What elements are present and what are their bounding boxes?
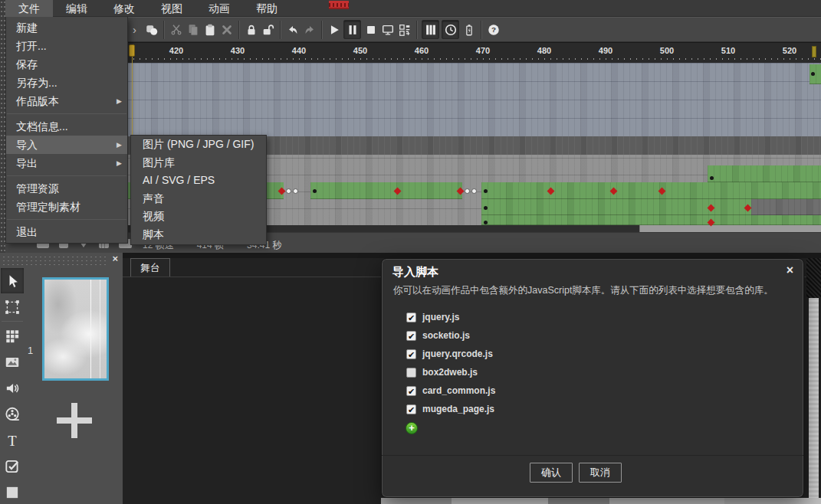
svg-text:?: ? [491, 25, 495, 34]
menu-item-import[interactable]: 导入▶ [6, 136, 127, 154]
redo-icon[interactable] [302, 20, 317, 39]
timeline-end-marker[interactable] [812, 46, 816, 57]
chevron-icon[interactable]: › [127, 20, 142, 39]
timeline-hscrollbar-thumb[interactable] [639, 225, 821, 232]
menu-item-label: 新建 [16, 21, 38, 34]
close-icon[interactable]: × [112, 253, 118, 265]
right-panel-scrollbar[interactable] [809, 298, 819, 504]
checkbox-icon[interactable]: ✔ [406, 404, 416, 414]
submenu-item-script[interactable]: 脚本 [131, 226, 266, 244]
checkbox-icon[interactable] [406, 368, 416, 378]
menu-item-save[interactable]: 保存 [6, 55, 127, 74]
timeline-tween-segment[interactable] [751, 199, 821, 215]
shape-tool-icon[interactable] [1, 479, 24, 504]
ruler-label: 520 [783, 46, 796, 55]
keyframe-white[interactable] [471, 188, 477, 194]
ruler-label: 460 [415, 46, 429, 55]
cancel-button[interactable]: 取消 [579, 463, 622, 483]
timeline-tween-segment[interactable] [481, 182, 821, 199]
script-row[interactable]: ✔card_common.js [406, 381, 495, 400]
keyframe-black[interactable] [811, 72, 815, 76]
menu-item-manage-custom-material[interactable]: 管理定制素材 [6, 198, 127, 216]
menu-item-work-version[interactable]: 作品版本▶ [6, 92, 127, 110]
keyframe-black[interactable] [484, 221, 488, 224]
add-script-icon[interactable]: + [406, 422, 418, 434]
image-tool-icon[interactable] [1, 349, 24, 375]
tool-separator [2, 321, 23, 322]
tab-stage[interactable]: 舞台 [130, 258, 170, 277]
timeline-tween-segment[interactable] [708, 165, 821, 182]
menubar-item-modify[interactable]: 修改 [100, 0, 148, 17]
text-tool-icon[interactable]: T [1, 427, 24, 453]
pause-icon[interactable] [343, 20, 361, 39]
submenu-item-ai-svg-eps[interactable]: AI / SVG / EPS [131, 172, 266, 190]
transform-icon[interactable] [1, 294, 24, 319]
preview-monitor-icon[interactable] [380, 20, 395, 39]
menu-item-new[interactable]: 新建 [6, 18, 127, 37]
qrcode-icon[interactable] [397, 20, 412, 39]
lock-icon[interactable] [244, 20, 258, 39]
cut-icon[interactable] [169, 20, 183, 39]
keyframe-black[interactable] [484, 189, 488, 193]
menubar-item-view[interactable]: 视图 [148, 0, 195, 17]
playhead-marker[interactable] [129, 44, 135, 57]
clock-icon[interactable] [442, 20, 459, 39]
script-row[interactable]: box2dweb.js [406, 363, 495, 381]
menu-item-doc-info[interactable]: 文档信息... [6, 117, 127, 136]
timeline-ruler[interactable]: 420430440450460470480490500510520 [126, 42, 821, 63]
shapes-icon[interactable] [144, 20, 159, 39]
undo-icon[interactable] [285, 20, 300, 39]
submenu-item-sound[interactable]: 声音 [131, 190, 266, 208]
close-icon[interactable]: × [787, 263, 793, 277]
menu-item-save-as[interactable]: 另存为... [6, 74, 127, 92]
page-thumbnail[interactable] [42, 277, 109, 381]
menubar-item-animation[interactable]: 动画 [195, 0, 243, 17]
menu-item-manage-assets[interactable]: 管理资源 [6, 179, 127, 198]
unlock-icon[interactable] [261, 20, 275, 39]
checkbox-tool-icon[interactable] [1, 453, 24, 479]
submenu-item-video[interactable]: 视频 [131, 208, 266, 226]
script-name: card_common.js [422, 385, 495, 396]
timeline-tween-segment[interactable] [310, 182, 462, 199]
keyframe-white[interactable] [286, 188, 291, 194]
checkbox-icon[interactable]: ✔ [406, 349, 416, 359]
confirm-button[interactable]: 确认 [530, 463, 573, 483]
script-row[interactable]: ✔mugeda_page.js [406, 400, 495, 418]
copy-icon[interactable] [186, 20, 200, 39]
checkbox-icon[interactable]: ✔ [406, 313, 416, 322]
menubar-item-edit[interactable]: 编辑 [53, 0, 100, 17]
keyframe-black[interactable] [313, 189, 317, 193]
script-row[interactable]: ✔socketio.js [406, 326, 495, 345]
delete-icon[interactable] [219, 20, 234, 39]
menu-item-export[interactable]: 导出▶ [6, 154, 127, 172]
toolbar-separator [236, 21, 241, 39]
paste-icon[interactable] [202, 20, 217, 39]
add-page-button[interactable] [57, 403, 92, 438]
keyframe-white[interactable] [465, 188, 470, 194]
menubar-item-file[interactable]: 文件 [5, 0, 53, 17]
panel-drag-handle[interactable] [2, 255, 107, 265]
checkbox-icon[interactable]: ✔ [406, 331, 416, 341]
play-icon[interactable] [327, 20, 341, 39]
submenu-item-image-library[interactable]: 图片库 [131, 154, 266, 172]
checkbox-icon[interactable]: ✔ [406, 386, 416, 396]
help-icon[interactable]: ? [486, 20, 501, 39]
stop-icon[interactable] [363, 20, 378, 39]
keyframe-black[interactable] [484, 206, 488, 210]
audio-tool-icon[interactable] [1, 375, 24, 401]
components-grid-icon[interactable] [1, 323, 24, 349]
script-row[interactable]: ✔jquery.qrcode.js [406, 345, 495, 363]
timeline-tween-segment[interactable] [481, 215, 821, 225]
script-row[interactable]: ✔jquery.js [406, 308, 495, 326]
menubar-item-help[interactable]: 帮助 [243, 0, 291, 17]
menu-item-open[interactable]: 打开... [6, 37, 127, 55]
keyframe-white[interactable] [293, 188, 298, 194]
submenu-item-image-png-jpg-gif[interactable]: 图片 (PNG / JPG / GIF) [131, 136, 266, 154]
battery-icon[interactable] [461, 20, 476, 39]
timeline-columns-icon[interactable] [422, 20, 439, 39]
menu-item-exit[interactable]: 退出 [6, 223, 127, 241]
keyframe-black[interactable] [710, 176, 714, 180]
video-tool-icon[interactable] [1, 401, 24, 427]
submenu-arrow-icon: ▶ [117, 136, 122, 154]
select-cursor-icon[interactable] [1, 268, 24, 293]
